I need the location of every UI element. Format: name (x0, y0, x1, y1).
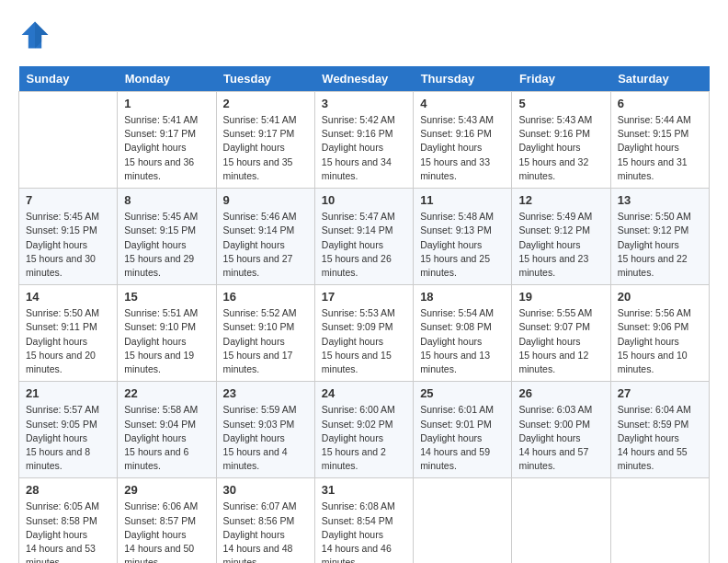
day-info: Sunrise: 6:07 AMSunset: 8:56 PMDaylight … (223, 500, 308, 563)
day-number: 31 (322, 483, 406, 497)
day-number: 29 (124, 483, 209, 497)
day-info: Sunrise: 5:59 AMSunset: 9:03 PMDaylight … (223, 403, 308, 473)
day-info: Sunrise: 5:48 AMSunset: 9:13 PMDaylight … (420, 210, 505, 280)
day-number: 13 (618, 193, 702, 207)
day-number: 23 (223, 386, 308, 400)
day-info: Sunrise: 5:41 AMSunset: 9:17 PMDaylight … (124, 113, 209, 183)
calendar-cell: 2Sunrise: 5:41 AMSunset: 9:17 PMDaylight… (216, 92, 314, 189)
day-number: 25 (420, 386, 505, 400)
day-info: Sunrise: 5:58 AMSunset: 9:04 PMDaylight … (124, 403, 209, 473)
day-info: Sunrise: 5:42 AMSunset: 9:16 PMDaylight … (322, 113, 406, 183)
day-number: 1 (124, 97, 209, 110)
calendar-cell: 4Sunrise: 5:43 AMSunset: 9:16 PMDaylight… (414, 92, 512, 189)
day-info: Sunrise: 5:50 AMSunset: 9:12 PMDaylight … (618, 210, 702, 280)
calendar-cell: 21Sunrise: 5:57 AMSunset: 9:05 PMDayligh… (19, 382, 118, 478)
calendar-cell (512, 478, 610, 563)
day-info: Sunrise: 6:06 AMSunset: 8:57 PMDaylight … (124, 500, 209, 563)
calendar-cell: 12Sunrise: 5:49 AMSunset: 9:12 PMDayligh… (512, 189, 610, 285)
calendar-cell: 30Sunrise: 6:07 AMSunset: 8:56 PMDayligh… (216, 478, 314, 563)
calendar-cell (414, 478, 512, 563)
week-row-5: 28Sunrise: 6:05 AMSunset: 8:58 PMDayligh… (19, 478, 710, 563)
calendar-cell: 13Sunrise: 5:50 AMSunset: 9:12 PMDayligh… (610, 189, 709, 285)
day-number: 20 (618, 290, 702, 304)
calendar-cell: 23Sunrise: 5:59 AMSunset: 9:03 PMDayligh… (216, 382, 314, 478)
day-info: Sunrise: 6:05 AMSunset: 8:58 PMDaylight … (26, 500, 110, 563)
calendar-cell: 7Sunrise: 5:45 AMSunset: 9:15 PMDaylight… (19, 189, 118, 285)
day-number: 9 (223, 193, 308, 207)
page-header (18, 18, 710, 52)
day-number: 11 (420, 193, 505, 207)
day-number: 14 (26, 290, 110, 304)
calendar-cell: 15Sunrise: 5:51 AMSunset: 9:10 PMDayligh… (118, 285, 216, 382)
calendar-cell: 1Sunrise: 5:41 AMSunset: 9:17 PMDaylight… (118, 92, 216, 189)
week-row-2: 7Sunrise: 5:45 AMSunset: 9:15 PMDaylight… (19, 189, 710, 285)
day-info: Sunrise: 5:43 AMSunset: 9:16 PMDaylight … (420, 113, 505, 183)
day-info: Sunrise: 5:46 AMSunset: 9:14 PMDaylight … (223, 210, 308, 280)
day-number: 12 (518, 193, 603, 207)
week-row-1: 1Sunrise: 5:41 AMSunset: 9:17 PMDaylight… (19, 92, 710, 189)
day-header-friday: Friday (512, 66, 610, 92)
day-info: Sunrise: 6:00 AMSunset: 9:02 PMDaylight … (322, 403, 406, 473)
day-info: Sunrise: 5:49 AMSunset: 9:12 PMDaylight … (518, 210, 603, 280)
calendar-cell (610, 478, 709, 563)
calendar-cell: 20Sunrise: 5:56 AMSunset: 9:06 PMDayligh… (610, 285, 709, 382)
day-number: 18 (420, 290, 505, 304)
calendar-cell: 18Sunrise: 5:54 AMSunset: 9:08 PMDayligh… (414, 285, 512, 382)
day-info: Sunrise: 5:45 AMSunset: 9:15 PMDaylight … (26, 210, 110, 280)
week-row-4: 21Sunrise: 5:57 AMSunset: 9:05 PMDayligh… (19, 382, 710, 478)
day-info: Sunrise: 6:08 AMSunset: 8:54 PMDaylight … (322, 500, 406, 563)
calendar-cell: 25Sunrise: 6:01 AMSunset: 9:01 PMDayligh… (414, 382, 512, 478)
day-number: 27 (618, 386, 702, 400)
day-header-thursday: Thursday (414, 66, 512, 92)
day-info: Sunrise: 5:54 AMSunset: 9:08 PMDaylight … (420, 306, 505, 376)
day-header-sunday: Sunday (19, 66, 118, 92)
day-number: 2 (223, 97, 308, 110)
calendar-cell: 8Sunrise: 5:45 AMSunset: 9:15 PMDaylight… (118, 189, 216, 285)
day-header-saturday: Saturday (610, 66, 709, 92)
day-info: Sunrise: 5:45 AMSunset: 9:15 PMDaylight … (124, 210, 209, 280)
week-row-3: 14Sunrise: 5:50 AMSunset: 9:11 PMDayligh… (19, 285, 710, 382)
calendar-cell: 14Sunrise: 5:50 AMSunset: 9:11 PMDayligh… (19, 285, 118, 382)
day-number: 22 (124, 386, 209, 400)
calendar-cell: 11Sunrise: 5:48 AMSunset: 9:13 PMDayligh… (414, 189, 512, 285)
day-number: 26 (518, 386, 603, 400)
calendar-cell: 28Sunrise: 6:05 AMSunset: 8:58 PMDayligh… (19, 478, 118, 563)
day-number: 21 (26, 386, 110, 400)
day-number: 17 (322, 290, 406, 304)
day-number: 4 (420, 97, 505, 110)
day-info: Sunrise: 5:43 AMSunset: 9:16 PMDaylight … (518, 113, 603, 183)
day-info: Sunrise: 5:57 AMSunset: 9:05 PMDaylight … (26, 403, 110, 473)
day-info: Sunrise: 5:44 AMSunset: 9:15 PMDaylight … (618, 113, 702, 183)
day-header-tuesday: Tuesday (216, 66, 314, 92)
day-info: Sunrise: 5:53 AMSunset: 9:09 PMDaylight … (322, 306, 406, 376)
day-info: Sunrise: 5:55 AMSunset: 9:07 PMDaylight … (518, 306, 603, 376)
day-number: 6 (618, 97, 702, 110)
calendar-cell: 17Sunrise: 5:53 AMSunset: 9:09 PMDayligh… (314, 285, 413, 382)
calendar-cell: 6Sunrise: 5:44 AMSunset: 9:15 PMDaylight… (610, 92, 709, 189)
day-info: Sunrise: 5:56 AMSunset: 9:06 PMDaylight … (618, 306, 702, 376)
calendar-cell: 31Sunrise: 6:08 AMSunset: 8:54 PMDayligh… (314, 478, 413, 563)
calendar-cell: 9Sunrise: 5:46 AMSunset: 9:14 PMDaylight… (216, 189, 314, 285)
day-info: Sunrise: 5:52 AMSunset: 9:10 PMDaylight … (223, 306, 308, 376)
day-number: 28 (26, 483, 110, 497)
day-number: 7 (26, 193, 110, 207)
day-number: 19 (518, 290, 603, 304)
calendar-cell: 27Sunrise: 6:04 AMSunset: 8:59 PMDayligh… (610, 382, 709, 478)
day-info: Sunrise: 5:51 AMSunset: 9:10 PMDaylight … (124, 306, 209, 376)
calendar-table: SundayMondayTuesdayWednesdayThursdayFrid… (18, 66, 710, 563)
day-number: 5 (518, 97, 603, 110)
day-info: Sunrise: 5:41 AMSunset: 9:17 PMDaylight … (223, 113, 308, 183)
logo-icon (18, 18, 51, 52)
day-info: Sunrise: 6:04 AMSunset: 8:59 PMDaylight … (618, 403, 702, 473)
calendar-cell: 16Sunrise: 5:52 AMSunset: 9:10 PMDayligh… (216, 285, 314, 382)
day-number: 24 (322, 386, 406, 400)
calendar-cell: 19Sunrise: 5:55 AMSunset: 9:07 PMDayligh… (512, 285, 610, 382)
calendar-cell: 10Sunrise: 5:47 AMSunset: 9:14 PMDayligh… (314, 189, 413, 285)
day-header-monday: Monday (118, 66, 216, 92)
day-info: Sunrise: 6:01 AMSunset: 9:01 PMDaylight … (420, 403, 505, 473)
calendar-cell: 3Sunrise: 5:42 AMSunset: 9:16 PMDaylight… (314, 92, 413, 189)
calendar-cell (19, 92, 118, 189)
calendar-cell: 24Sunrise: 6:00 AMSunset: 9:02 PMDayligh… (314, 382, 413, 478)
calendar-cell: 29Sunrise: 6:06 AMSunset: 8:57 PMDayligh… (118, 478, 216, 563)
day-info: Sunrise: 6:03 AMSunset: 9:00 PMDaylight … (518, 403, 603, 473)
